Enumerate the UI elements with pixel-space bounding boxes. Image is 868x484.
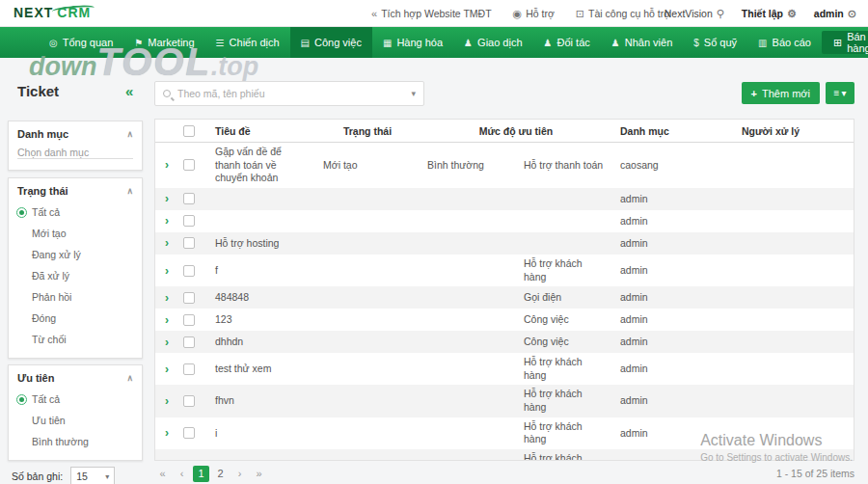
header-muc-do-uu-tien[interactable]: Mức độ ưu tiên (420, 125, 612, 137)
nav-item-giao-dich[interactable]: ♟ Giao dịch (453, 27, 532, 58)
sales-button[interactable]: ⊞ Bán hàng (822, 31, 868, 54)
person-icon: ♟ (464, 38, 473, 48)
priority-panel-header[interactable]: Ưu tiên ∧ (9, 365, 142, 389)
nav-item-bao-cao[interactable]: ▥ Báo cáo (747, 27, 822, 58)
row-expand-icon[interactable]: › (155, 426, 178, 440)
status-option-label: Tất cả (32, 206, 60, 218)
pagination-bar: « ‹ 1 2 › » 1 - 15 of 25 items (154, 463, 854, 484)
status-option-dong[interactable]: Đóng (9, 308, 142, 329)
nextcrm-logo[interactable]: NEXTCRM (14, 5, 91, 20)
table-row[interactable]: › fhvn Hỗ trợ khách hàng admin (155, 385, 854, 417)
prev-page-icon[interactable]: ‹ (174, 466, 190, 482)
records-per-page: Số bản ghi: 15 ▾ (12, 467, 115, 484)
nav-item-hang-hoa[interactable]: ▦ Hàng hóa (372, 27, 453, 58)
row-expand-icon[interactable]: › (155, 264, 178, 278)
status-option-all[interactable]: Tất cả (9, 202, 142, 223)
radio-selected-icon (16, 394, 27, 405)
search-input[interactable] (177, 88, 411, 99)
nav-item-marketing[interactable]: ⚑ Marketing (123, 27, 204, 58)
row-expand-icon[interactable]: › (155, 158, 178, 172)
chevron-down-icon: ▾ (841, 88, 846, 98)
page-button-2[interactable]: 2 (212, 466, 229, 482)
row-checkbox[interactable] (183, 265, 195, 277)
status-option-tu-choi[interactable]: Từ chối (9, 329, 142, 350)
row-expand-icon[interactable]: › (155, 363, 178, 376)
priority-option-binh-thuong[interactable]: Bình thường (9, 431, 142, 452)
row-expand-icon[interactable]: › (155, 459, 178, 461)
select-all-checkbox[interactable] (183, 125, 195, 137)
sidebar-collapse-icon[interactable]: « (125, 83, 133, 99)
first-page-icon[interactable]: « (154, 466, 171, 482)
status-option-phan-hoi[interactable]: Phản hồi (9, 286, 142, 308)
search-dropdown-caret-icon[interactable]: ▾ (411, 89, 416, 98)
nav-item-nhan-vien[interactable]: ♟ Nhân viên (601, 27, 684, 58)
records-value: 15 (76, 471, 88, 482)
status-option-da-xu-ly[interactable]: Đã xử lý (9, 265, 142, 286)
ticket-search-bar: ▾ (154, 81, 424, 106)
collapse-chevron-icon: ∧ (126, 129, 133, 139)
status-option-moi-tao[interactable]: Mới tạo (9, 223, 142, 244)
row-checkbox[interactable] (183, 292, 195, 304)
page-button-1[interactable]: 1 (193, 466, 209, 482)
priority-option-uu-tien[interactable]: Ưu tiên (9, 410, 142, 431)
row-checkbox[interactable] (183, 395, 195, 407)
cell-category: Hỗ trợ thanh toán (516, 156, 612, 175)
nav-item-so-quy[interactable]: $ Sổ quỹ (683, 27, 747, 58)
table-row[interactable]: › admin (155, 188, 854, 210)
company-link[interactable]: NextVision ⚲ (665, 8, 724, 20)
header-nguoi-xu-ly[interactable]: Người xử lý (720, 125, 854, 137)
category-panel-header[interactable]: Danh mục ∧ (9, 121, 142, 145)
support-link[interactable]: ◉ Hỗ trợ (513, 8, 555, 20)
row-checkbox[interactable] (183, 314, 195, 326)
row-expand-icon[interactable]: › (155, 336, 178, 349)
category-select-input[interactable] (17, 147, 133, 159)
row-checkbox[interactable] (183, 336, 195, 348)
row-checkbox[interactable] (183, 193, 195, 204)
table-row[interactable]: › gfj Hỗ trợ khách hàng admin (155, 449, 854, 461)
table-row[interactable]: › test thử xem Hỗ trợ khách hàng admin (155, 353, 854, 385)
row-expand-icon[interactable]: › (155, 236, 178, 250)
table-row[interactable]: › Gặp vấn đề để thanh toán về chuyển kho… (155, 143, 854, 188)
row-checkbox[interactable] (183, 215, 195, 227)
cell-category: Hỗ trợ khách hàng (516, 417, 612, 449)
table-row[interactable]: › Hỗ trợ hosting admin (155, 232, 854, 255)
row-checkbox[interactable] (183, 159, 195, 171)
last-page-icon[interactable]: » (251, 466, 267, 482)
table-row[interactable]: › i Hỗ trợ khách hàng admin (155, 417, 854, 449)
row-expand-icon[interactable]: › (155, 192, 178, 205)
user-menu[interactable]: admin ⊙ (814, 8, 856, 20)
row-expand-icon[interactable]: › (155, 313, 178, 327)
nav-item-chien-dich[interactable]: ☰ Chiến dịch (205, 27, 290, 58)
settings-link[interactable]: Thiết lập ⚙ (742, 8, 797, 20)
search-icon (163, 90, 171, 97)
records-select[interactable]: 15 ▾ (70, 467, 115, 484)
nav-item-doi-tac[interactable]: ♟ Đối tác (533, 27, 601, 58)
nav-item-tong-quan[interactable]: ◎ Tổng quan (39, 27, 123, 58)
row-expand-icon[interactable]: › (155, 394, 178, 408)
header-trang-thai[interactable]: Trạng thái (315, 125, 420, 137)
header-tieu-de[interactable]: Tiêu đề (207, 125, 315, 137)
table-row[interactable]: › admin (155, 210, 854, 232)
row-checkbox[interactable] (183, 460, 195, 461)
header-danh-muc[interactable]: Danh mục (612, 125, 720, 137)
priority-option-all[interactable]: Tất cả (9, 389, 142, 410)
tools-link[interactable]: ⊡ Tài công cụ hỗ trợ (576, 8, 670, 20)
cell-priority (420, 196, 516, 202)
status-panel-header[interactable]: Trạng thái ∧ (9, 178, 142, 202)
add-new-button[interactable]: + Thêm mới (742, 82, 820, 104)
chevron-down-icon: ▾ (105, 472, 109, 481)
nav-item-cong-viec[interactable]: ▤ Công việc (290, 27, 372, 58)
next-page-icon[interactable]: › (231, 466, 248, 482)
row-checkbox[interactable] (183, 237, 195, 249)
row-expand-icon[interactable]: › (155, 291, 178, 305)
table-row[interactable]: › 484848 Gọi điện admin (155, 286, 854, 309)
row-checkbox[interactable] (183, 427, 195, 439)
table-row[interactable]: › f Hỗ trợ khách hàng admin (155, 255, 854, 286)
integration-link[interactable]: « Tích hợp Website TMĐT (371, 8, 492, 19)
table-row[interactable]: › 123 Công việc admin (155, 309, 854, 331)
row-expand-icon[interactable]: › (155, 214, 178, 228)
row-checkbox[interactable] (183, 363, 195, 375)
status-option-dang-xu-ly[interactable]: Đang xử lý (9, 244, 142, 265)
list-options-button[interactable]: ≡ ▾ (826, 82, 854, 104)
table-row[interactable]: › dhhdn Công việc admin (155, 331, 854, 353)
